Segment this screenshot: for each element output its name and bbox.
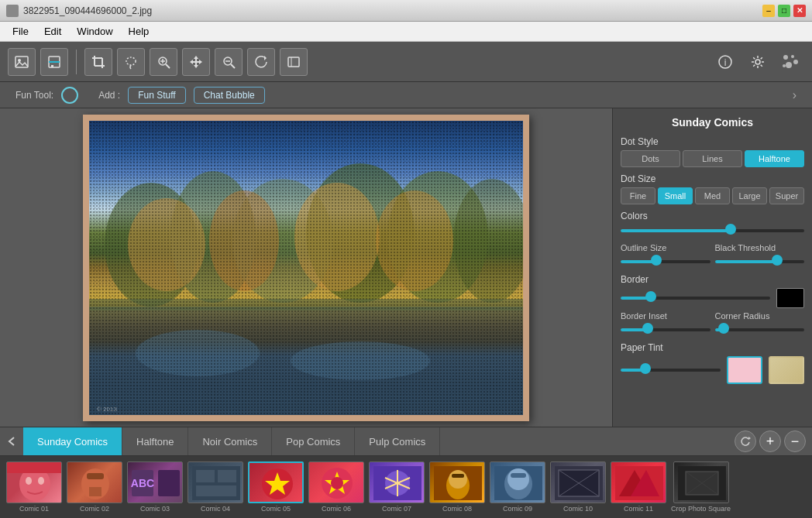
svg-point-49: [26, 477, 32, 485]
paper-tint-slider[interactable]: [621, 364, 721, 376]
lasso-button[interactable]: [117, 48, 145, 76]
svg-point-40: [294, 183, 380, 291]
funtool-circle: [61, 87, 78, 104]
svg-point-39: [209, 190, 279, 291]
thumb-label-12: Crop Photo Square: [671, 505, 731, 513]
thumb-label-8: Comic 08: [442, 505, 472, 513]
svg-rect-4: [51, 65, 53, 67]
thumb-comic04[interactable]: Comic 04: [188, 461, 243, 513]
settings-button[interactable]: [744, 48, 772, 76]
thumb-comic06[interactable]: Comic 06: [308, 461, 364, 513]
menu-file[interactable]: File: [5, 24, 36, 39]
tab-scroll-left[interactable]: [0, 427, 23, 455]
thumb-label-5: Comic 05: [261, 505, 291, 513]
svg-point-26: [793, 60, 798, 64]
svg-rect-54: [89, 487, 102, 496]
funtool-bar: Fun Tool: Add : Fun Stuff Chat Bubble ›: [0, 82, 812, 108]
zoom-out-button[interactable]: [215, 48, 243, 76]
right-panel: Sunday Comics Dot Style Dots Lines Halft…: [612, 108, 812, 427]
fun-arrow-icon[interactable]: ›: [793, 88, 797, 102]
svg-rect-30: [89, 121, 523, 415]
fun-stuff-button[interactable]: Fun Stuff: [128, 87, 185, 104]
border-inset-slider[interactable]: [621, 324, 710, 336]
thumb-comic03[interactable]: ABC Comic 03: [127, 461, 183, 513]
scan-button[interactable]: [40, 48, 68, 76]
crop-button[interactable]: [84, 48, 112, 76]
thumb-label-4: Comic 04: [201, 505, 230, 513]
halftone-button[interactable]: Halftone: [745, 150, 804, 167]
thumb-comic08[interactable]: Comic 08: [429, 461, 485, 513]
thumb-6-icon: [309, 462, 364, 503]
thumb-comic09[interactable]: Comic 09: [490, 461, 545, 513]
thumb-comic05[interactable]: Comic 05: [248, 461, 304, 513]
fine-button[interactable]: Fine: [621, 187, 655, 204]
thumb-11-icon: [611, 462, 666, 503]
border-color-swatch[interactable]: [776, 288, 804, 308]
zoom-in-button[interactable]: [150, 48, 177, 76]
svg-rect-45: [89, 299, 523, 310]
thumb-comic10[interactable]: Comic 10: [550, 461, 606, 513]
thumb-comic02[interactable]: Comic 02: [67, 461, 122, 513]
image-button[interactable]: [8, 48, 36, 76]
svg-marker-14: [190, 56, 202, 68]
outline-size-slider[interactable]: [621, 256, 710, 268]
menu-help[interactable]: Help: [121, 24, 157, 39]
svg-rect-19: [288, 57, 299, 67]
svg-point-50: [38, 477, 44, 485]
black-threshold-slider[interactable]: [715, 256, 805, 268]
rotate-button[interactable]: [247, 48, 275, 76]
menu-window[interactable]: Window: [69, 24, 120, 39]
lines-button[interactable]: Lines: [683, 150, 742, 167]
border-slider[interactable]: [621, 292, 770, 304]
thumb-comic07[interactable]: Comic 07: [369, 461, 425, 513]
maximize-button[interactable]: □: [778, 5, 790, 17]
chat-bubble-button[interactable]: Chat Bubble: [194, 87, 265, 104]
dot-style-group: Dots Lines Halftone: [621, 150, 804, 167]
super-button[interactable]: Super: [769, 187, 804, 204]
tab-pulp-comics[interactable]: Pulp Comics: [355, 427, 440, 455]
thumb-comic11[interactable]: Comic 11: [611, 461, 666, 513]
inset-radius-row: Border Inset Corner Radius: [621, 311, 804, 339]
svg-text:i: i: [724, 57, 727, 68]
svg-point-23: [755, 60, 760, 64]
fullscreen-button[interactable]: [280, 48, 308, 76]
thumb-label-1: Comic 01: [19, 505, 49, 513]
effects-button[interactable]: [776, 48, 804, 76]
close-button[interactable]: ✕: [793, 5, 806, 17]
corner-radius-slider[interactable]: [715, 324, 805, 336]
border-label: Border: [621, 274, 804, 285]
minimize-button[interactable]: –: [762, 5, 775, 17]
svg-point-36: [387, 171, 488, 303]
med-button[interactable]: Med: [695, 187, 730, 204]
paper-tint-tan[interactable]: [769, 356, 804, 384]
thumb-img-6: [308, 461, 364, 503]
thumb-comic01[interactable]: Comic 01: [6, 461, 62, 513]
svg-point-43: [136, 330, 260, 376]
separator-1: [76, 50, 77, 74]
tab-pop-comics[interactable]: Pop Comics: [272, 427, 355, 455]
small-button[interactable]: Small: [658, 187, 693, 204]
svg-point-35: [306, 163, 415, 303]
thumb-9-icon: [490, 462, 545, 503]
tab-add-button[interactable]: +: [759, 431, 781, 452]
thumb-img-8: [429, 461, 485, 503]
colors-slider[interactable]: [621, 225, 804, 237]
move-button[interactable]: [182, 48, 210, 76]
thumb-crop-photo-square[interactable]: Crop Photo Square: [671, 461, 731, 513]
dots-button[interactable]: Dots: [621, 150, 680, 167]
scene-overlay: © 2013: [89, 121, 523, 415]
paper-tint-pink[interactable]: [727, 356, 762, 384]
menu-edit[interactable]: Edit: [36, 24, 69, 39]
colors-label: Colors: [621, 211, 804, 221]
thumb-7-icon: [370, 462, 425, 503]
tab-refresh-button[interactable]: [735, 431, 756, 452]
tab-sunday-comics[interactable]: Sunday Comics: [23, 427, 122, 455]
large-button[interactable]: Large: [732, 187, 767, 204]
tab-remove-button[interactable]: −: [784, 431, 806, 452]
info-button[interactable]: i: [711, 48, 739, 76]
thumb-img-4: [188, 461, 243, 503]
app-icon: [6, 5, 19, 17]
tab-halftone[interactable]: Halftone: [122, 427, 188, 455]
bottom-tabs: Sunday Comics Halftone Noir Comics Pop C…: [0, 427, 812, 456]
tab-noir-comics[interactable]: Noir Comics: [188, 427, 272, 455]
